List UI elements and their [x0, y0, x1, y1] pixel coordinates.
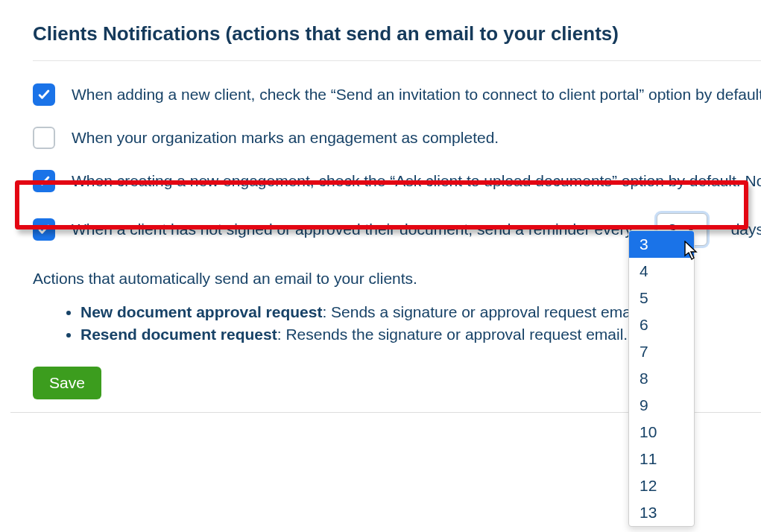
- bullet-rest: : Resends the signature or approval requ…: [277, 326, 628, 343]
- bullet-bold: New document approval request: [80, 303, 322, 320]
- option-row-invite-default: When adding a new client, check the “Sen…: [33, 73, 761, 116]
- option-label: When creating a new engagement, check th…: [72, 172, 761, 190]
- option-row-ask-upload: When creating a new engagement, check th…: [33, 159, 761, 203]
- option-label: When your organization marks an engageme…: [72, 129, 499, 147]
- dropdown-option[interactable]: 8: [629, 365, 694, 392]
- option-row-engagement-complete: When your organization marks an engageme…: [33, 116, 761, 159]
- save-button[interactable]: Save: [33, 367, 101, 399]
- section-title: Clients Notifications (actions that send…: [33, 22, 761, 61]
- dropdown-option[interactable]: 6: [629, 311, 694, 338]
- dropdown-option[interactable]: 9: [629, 392, 694, 419]
- dropdown-option[interactable]: 13: [629, 499, 694, 526]
- checkbox-invite-default[interactable]: [33, 83, 55, 106]
- option-label-after: days.: [731, 221, 761, 238]
- reminder-days-dropdown[interactable]: 345678910111213: [628, 230, 695, 527]
- checkbox-reminder[interactable]: [33, 218, 55, 241]
- option-label: When adding a new client, check the “Sen…: [72, 86, 761, 104]
- options-list: When adding a new client, check the “Sen…: [33, 73, 761, 256]
- dropdown-option[interactable]: 3: [629, 231, 694, 258]
- checkbox-ask-upload[interactable]: [33, 170, 55, 192]
- bullet-rest: : Sends a signature or approval request …: [322, 303, 642, 320]
- dropdown-option[interactable]: 11: [629, 446, 694, 472]
- dropdown-option[interactable]: 10: [629, 419, 694, 446]
- dropdown-option[interactable]: 7: [629, 338, 694, 365]
- dropdown-option[interactable]: 4: [629, 258, 694, 285]
- dropdown-option[interactable]: 5: [629, 285, 694, 311]
- checkbox-engagement-complete[interactable]: [33, 127, 55, 149]
- option-label-before: When a client has not signed or approved…: [72, 221, 633, 238]
- bullet-bold: Resend document request: [80, 326, 277, 343]
- dropdown-option[interactable]: 12: [629, 472, 694, 499]
